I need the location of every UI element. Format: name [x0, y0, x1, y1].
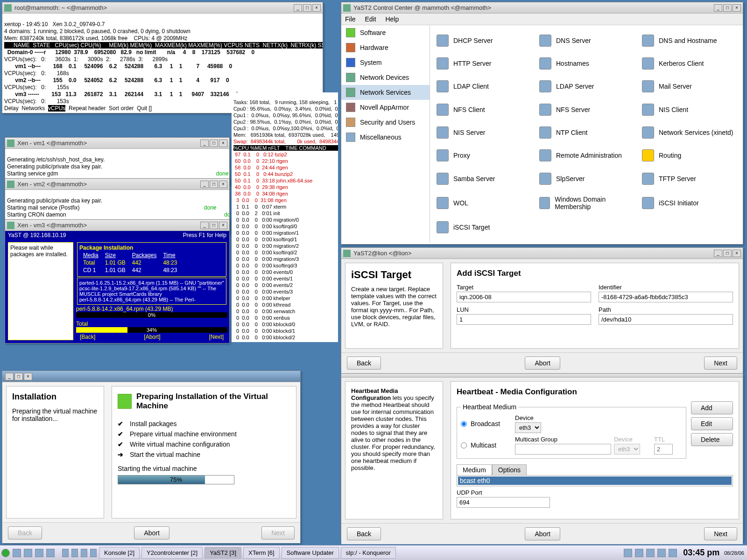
maximize-button[interactable]: □: [723, 4, 732, 12]
tray-icon[interactable]: [635, 549, 643, 557]
svc-nfs-server[interactable]: NFS Server: [537, 99, 635, 120]
close-button[interactable]: ×: [733, 4, 741, 12]
sidebar-item-apparmor[interactable]: Novell AppArmor: [341, 100, 430, 115]
minimize-button[interactable]: _: [714, 250, 722, 257]
svc-wol[interactable]: WOL: [435, 191, 533, 215]
close-button[interactable]: ×: [219, 222, 227, 229]
tray-icon[interactable]: [646, 549, 655, 557]
udp-port-input[interactable]: [457, 497, 550, 508]
terminal-icon[interactable]: [24, 549, 32, 557]
sidebar-item-hardware[interactable]: Hardware: [341, 40, 430, 55]
minimize-button[interactable]: _: [5, 373, 14, 380]
clock[interactable]: 03:45 pm: [678, 548, 724, 558]
install-vm-window[interactable]: _□× Installation Preparing the virtual m…: [2, 371, 301, 543]
next-button[interactable]: Next: [704, 357, 737, 370]
heartbeat-help[interactable]: Heartbeat Media Configuration lets you s…: [345, 381, 443, 519]
svc-ldap-server[interactable]: LDAP Server: [537, 76, 635, 97]
svc-ntp-client[interactable]: NTP Client: [537, 122, 635, 143]
minimize-button[interactable]: _: [200, 222, 209, 229]
minimize-button[interactable]: _: [200, 181, 209, 188]
svc-nis-client[interactable]: NIS Client: [640, 99, 738, 120]
lun-input[interactable]: [457, 314, 591, 325]
tray-icon[interactable]: [624, 549, 632, 557]
sidebar-item-system[interactable]: System: [341, 55, 430, 70]
next-link[interactable]: [Next]: [209, 334, 224, 340]
menu-file[interactable]: File: [345, 15, 356, 23]
xen-vm3-window[interactable]: Xen - vm3 <@mammoth>_□× YaST @ 192.168.1…: [5, 219, 230, 343]
sidebar-item-security[interactable]: Security and Users: [341, 115, 430, 130]
maximize-button[interactable]: □: [303, 4, 311, 12]
task-updater[interactable]: Software Updater: [282, 547, 339, 559]
maximize-button[interactable]: □: [210, 140, 218, 147]
delete-button[interactable]: Delete: [691, 433, 733, 446]
device-select[interactable]: eth3: [515, 422, 541, 433]
home-icon[interactable]: [13, 549, 21, 557]
back-button[interactable]: Back: [347, 357, 381, 370]
svc-ldap-client[interactable]: LDAP Client: [435, 76, 533, 97]
help-icon[interactable]: [46, 549, 55, 557]
close-button[interactable]: ×: [733, 250, 741, 257]
menu-help[interactable]: Help: [385, 15, 399, 23]
heartbeat-window[interactable]: Heartbeat Media Configuration lets you s…: [341, 373, 743, 541]
taskbar[interactable]: Konsole [2] Y2controlcenter [2] YaST2 [3…: [0, 545, 747, 560]
close-button[interactable]: ×: [219, 181, 227, 188]
task-y2cc[interactable]: Y2controlcenter [2]: [141, 547, 203, 559]
task-konqueror[interactable]: slp:/ - Konqueror: [341, 547, 396, 559]
tray-icon[interactable]: [669, 549, 677, 557]
desktop-1[interactable]: [62, 549, 69, 557]
identifier-input[interactable]: [599, 292, 733, 302]
next-button[interactable]: Next: [704, 527, 737, 540]
sidebar-item-network-devices[interactable]: Network Devices: [341, 70, 430, 85]
yast-control-center[interactable]: YaST2 Control Center @ mammoth <@mammoth…: [341, 2, 743, 245]
back-button[interactable]: Back: [8, 526, 42, 539]
mcgroup-input[interactable]: [515, 444, 611, 455]
svc-proxy[interactable]: Proxy: [435, 145, 533, 166]
task-xterm[interactable]: XTerm [6]: [243, 547, 280, 559]
svc-routing[interactable]: Routing: [640, 145, 738, 166]
svc-mail-server[interactable]: Mail Server: [640, 76, 738, 97]
maximize-button[interactable]: □: [210, 222, 218, 229]
task-yast2[interactable]: YaST2 [3]: [204, 547, 241, 559]
browser-icon[interactable]: [35, 549, 43, 557]
svc-iscsi-initiator[interactable]: iSCSI Initiator: [640, 191, 738, 215]
tab-medium[interactable]: Medium: [457, 464, 492, 475]
tray-icon[interactable]: [657, 549, 666, 557]
sidebar-item-software[interactable]: Software: [341, 25, 430, 40]
path-input[interactable]: [599, 314, 733, 325]
abort-button[interactable]: Abort: [134, 526, 169, 539]
minimize-button[interactable]: _: [200, 140, 209, 147]
svc-hostnames[interactable]: Hostnames: [537, 53, 635, 74]
tab-options[interactable]: Options: [492, 464, 527, 475]
menubar[interactable]: File Edit Help: [341, 14, 743, 25]
medium-row[interactable]: bcast eth0: [458, 476, 732, 485]
maximize-button[interactable]: □: [210, 181, 218, 188]
back-button[interactable]: Back: [347, 527, 381, 540]
svc-nis-server[interactable]: NIS Server: [435, 122, 533, 143]
back-link[interactable]: [Back]: [80, 334, 95, 340]
svc-remote-admin[interactable]: Remote Administration: [537, 145, 635, 166]
svc-http-server[interactable]: HTTP Server: [435, 53, 533, 74]
svc-dhcp-server[interactable]: DHCP Server: [435, 30, 533, 51]
abort-button[interactable]: Abort: [525, 357, 560, 370]
yast-iscsi-window[interactable]: YaST2@lion <@lion>_□× iSCSI Target Creat…: [341, 247, 743, 371]
minimize-button[interactable]: _: [294, 4, 302, 12]
svc-nfs-client[interactable]: NFS Client: [435, 99, 533, 120]
titlebar[interactable]: root@mammoth: ~ <@mammoth> _ □ ×: [2, 2, 323, 14]
add-button[interactable]: Add: [691, 401, 733, 414]
broadcast-radio[interactable]: Broadcast: [461, 420, 512, 427]
svc-dns-server[interactable]: DNS Server: [537, 30, 635, 51]
svc-slp[interactable]: SlpServer: [537, 168, 635, 189]
ttl-input[interactable]: [654, 444, 673, 455]
svc-windomain[interactable]: Windows Domain Membership: [537, 191, 635, 215]
multicast-radio[interactable]: Multicast: [461, 441, 512, 449]
menu-edit[interactable]: Edit: [365, 15, 376, 23]
desktop-3[interactable]: [81, 549, 87, 557]
target-input[interactable]: [457, 292, 591, 302]
maximize-button[interactable]: □: [723, 250, 732, 257]
maximize-button[interactable]: □: [14, 373, 23, 380]
svc-dns-hostname[interactable]: DNS and Hostname: [640, 30, 738, 51]
next-button[interactable]: Next: [261, 526, 295, 539]
sidebar-item-misc[interactable]: Miscellaneous: [341, 130, 430, 145]
edit-button[interactable]: Edit: [691, 417, 733, 430]
desktop-2[interactable]: [71, 549, 78, 557]
